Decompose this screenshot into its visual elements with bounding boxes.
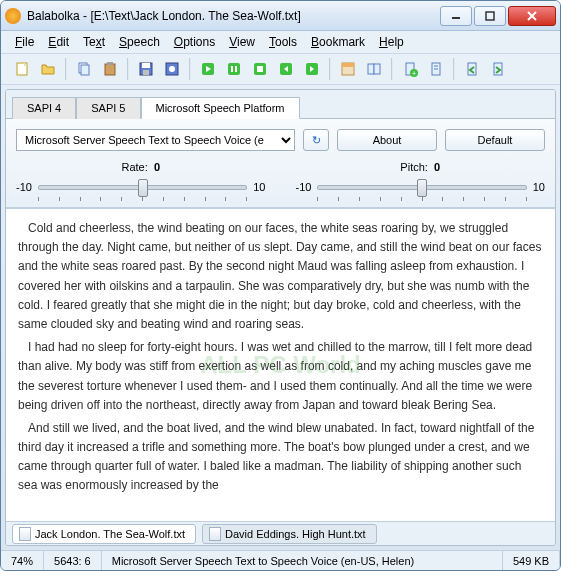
status-voice: Microsoft Server Speech Text to Speech V… — [102, 551, 503, 570]
doc-tab-active[interactable]: Jack London. The Sea-Wolf.txt — [12, 524, 196, 544]
paragraph: And still we lived, and the boat lived, … — [18, 419, 543, 496]
app-name: Balabolka — [27, 9, 80, 23]
menu-options[interactable]: Options — [168, 33, 221, 51]
titlebar: Balabolka - [E:\Text\Jack London. The Se… — [1, 1, 560, 31]
save-audio-icon[interactable] — [160, 57, 184, 81]
stop-icon[interactable] — [248, 57, 272, 81]
toolbar-separator — [65, 58, 67, 80]
file-path: [E:\Text\Jack London. The Sea-Wolf.txt] — [90, 9, 300, 23]
pitch-slider-group: Pitch: 0 -10 10 — [296, 161, 546, 197]
menu-edit[interactable]: Edit — [42, 33, 75, 51]
new-file-icon[interactable] — [10, 57, 34, 81]
close-button[interactable] — [508, 6, 556, 26]
pause-icon[interactable] — [222, 57, 246, 81]
document-tabs: Jack London. The Sea-Wolf.txt David Eddi… — [6, 521, 555, 545]
open-folder-icon[interactable] — [36, 57, 60, 81]
menu-tools[interactable]: Tools — [263, 33, 303, 51]
toolbar-separator — [127, 58, 129, 80]
document-icon — [19, 527, 31, 541]
menu-view[interactable]: View — [223, 33, 261, 51]
dictionary-icon[interactable] — [362, 57, 386, 81]
tab-sapi4[interactable]: SAPI 4 — [12, 97, 76, 119]
voice-select[interactable]: Microsoft Server Speech Text to Speech V… — [16, 129, 295, 151]
voice-panel: Microsoft Server Speech Text to Speech V… — [6, 119, 555, 208]
prev-icon[interactable] — [274, 57, 298, 81]
doc-tab-inactive[interactable]: David Eddings. High Hunt.txt — [202, 524, 377, 544]
bookmark-next-icon[interactable] — [486, 57, 510, 81]
panel-toggle-icon[interactable] — [336, 57, 360, 81]
menu-bookmark[interactable]: Bookmark — [305, 33, 371, 51]
statusbar: 74% 5643: 6 Microsoft Server Speech Text… — [1, 550, 560, 570]
paragraph: Cold and cheerless, the wind beating on … — [18, 219, 543, 334]
svg-rect-24 — [368, 64, 374, 74]
engine-tabs: SAPI 4 SAPI 5 Microsoft Speech Platform — [6, 90, 555, 119]
svg-rect-25 — [374, 64, 380, 74]
tab-msp[interactable]: Microsoft Speech Platform — [141, 97, 300, 119]
document-icon — [209, 527, 221, 541]
maximize-button[interactable] — [474, 6, 506, 26]
svg-rect-15 — [228, 63, 240, 75]
svg-rect-6 — [81, 65, 89, 75]
bookmark-prev-icon[interactable] — [460, 57, 484, 81]
svg-point-13 — [169, 66, 175, 72]
menu-speech[interactable]: Speech — [113, 33, 166, 51]
status-position: 5643: 6 — [44, 551, 102, 570]
status-percent: 74% — [1, 551, 44, 570]
window-controls — [440, 6, 556, 26]
rate-slider-group: Rate: 0 -10 10 — [16, 161, 266, 197]
menu-text[interactable]: Text — [77, 33, 111, 51]
copy-icon[interactable] — [72, 57, 96, 81]
pitch-label: Pitch: — [400, 161, 428, 173]
toolbar-separator — [329, 58, 331, 80]
svg-rect-16 — [231, 66, 233, 72]
rate-max: 10 — [253, 181, 265, 193]
refresh-button[interactable]: ↻ — [303, 129, 329, 151]
minimize-button[interactable] — [440, 6, 472, 26]
toolbar-separator — [453, 58, 455, 80]
svg-rect-23 — [342, 63, 354, 67]
about-button[interactable]: About — [337, 129, 437, 151]
toolbar: + — [1, 53, 560, 85]
paste-icon[interactable] — [98, 57, 122, 81]
next-icon[interactable] — [300, 57, 324, 81]
pitch-min: -10 — [296, 181, 312, 193]
rate-min: -10 — [16, 181, 32, 193]
rate-thumb[interactable] — [138, 179, 148, 197]
bookmark-add-icon[interactable]: + — [398, 57, 422, 81]
menubar: File Edit Text Speech Options View Tools… — [1, 31, 560, 53]
paragraph: I had had no sleep for forty-eight hours… — [18, 338, 543, 415]
menu-help[interactable]: Help — [373, 33, 410, 51]
text-editor[interactable]: ALL PC World Cold and cheerless, the win… — [6, 208, 555, 521]
save-icon[interactable] — [134, 57, 158, 81]
pitch-slider[interactable] — [317, 177, 526, 197]
svg-rect-8 — [107, 62, 113, 65]
svg-rect-19 — [257, 66, 263, 72]
doc-tab-label: David Eddings. High Hunt.txt — [225, 528, 366, 540]
pitch-max: 10 — [533, 181, 545, 193]
tab-sapi5[interactable]: SAPI 5 — [76, 97, 140, 119]
bookmark-list-icon[interactable] — [424, 57, 448, 81]
toolbar-separator — [391, 58, 393, 80]
toolbar-separator — [189, 58, 191, 80]
pitch-thumb[interactable] — [417, 179, 427, 197]
default-button[interactable]: Default — [445, 129, 545, 151]
svg-rect-7 — [105, 64, 115, 75]
svg-rect-1 — [486, 12, 494, 20]
play-icon[interactable] — [196, 57, 220, 81]
content-area: SAPI 4 SAPI 5 Microsoft Speech Platform … — [5, 89, 556, 546]
app-window: Balabolka - [E:\Text\Jack London. The Se… — [0, 0, 561, 571]
menu-file[interactable]: File — [9, 33, 40, 51]
pitch-value: 0 — [434, 161, 440, 173]
svg-rect-11 — [143, 70, 149, 75]
svg-rect-17 — [235, 66, 237, 72]
svg-rect-10 — [142, 63, 150, 68]
rate-value: 0 — [154, 161, 160, 173]
app-icon — [5, 8, 21, 24]
rate-label: Rate: — [121, 161, 147, 173]
window-title: Balabolka - [E:\Text\Jack London. The Se… — [27, 9, 440, 23]
svg-text:+: + — [412, 70, 416, 77]
status-size: 549 KB — [503, 551, 560, 570]
rate-slider[interactable] — [38, 177, 247, 197]
doc-tab-label: Jack London. The Sea-Wolf.txt — [35, 528, 185, 540]
